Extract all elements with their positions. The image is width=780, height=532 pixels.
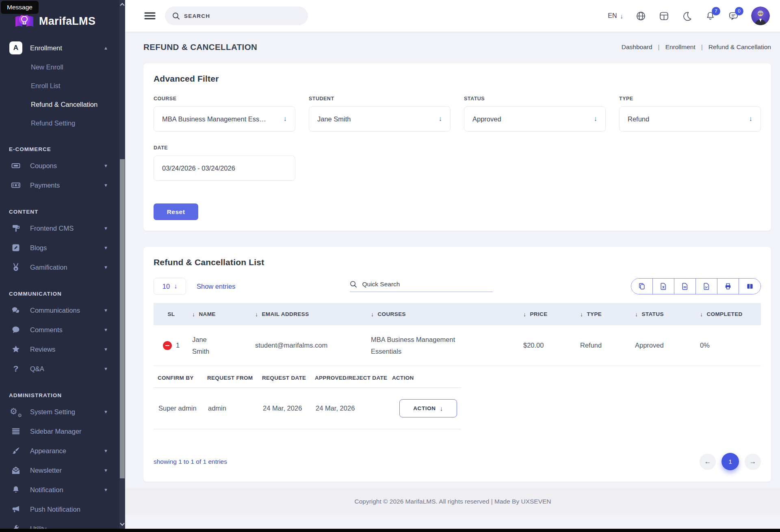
sidebar-item-new-enroll[interactable]: New Enroll — [0, 58, 119, 76]
globe-icon — [635, 11, 646, 22]
sort-icon[interactable]: ↓ — [580, 311, 583, 318]
sidebar-item-gamification[interactable]: Gamification ▼ — [0, 257, 119, 277]
sidebar-item-newsletter[interactable]: Newsletter ▼ — [0, 461, 119, 480]
page-content: REFUND & CANCELLATION Dashboard | Enroll… — [125, 32, 780, 482]
sort-icon[interactable]: ↓ — [523, 311, 526, 318]
breadcrumb-dashboard[interactable]: Dashboard — [622, 43, 652, 51]
language-selector[interactable]: EN ↓ — [608, 12, 623, 19]
sidebar-item-enrollment[interactable]: A Enrollment ▲ — [0, 38, 119, 58]
copy-button[interactable] — [631, 279, 653, 294]
show-entries-label: Show entries — [197, 283, 235, 290]
filter-title: Advanced Filter — [154, 74, 761, 84]
subcol-approved-date: APPROVED/REJECT DATE — [311, 375, 388, 381]
print-button[interactable] — [717, 279, 739, 294]
gears-icon: ⚙⚙ — [9, 407, 23, 417]
footer: Copyright © 2026 MarifaLMS. All rights r… — [125, 488, 780, 515]
global-search[interactable] — [165, 6, 308, 25]
export-excel-button[interactable] — [653, 279, 674, 294]
sidebar-item-comments[interactable]: Comments ▼ — [0, 320, 119, 340]
sidebar-item-frontend-cms[interactable]: Frontend CMS ▼ — [0, 218, 119, 238]
bars-icon — [9, 426, 23, 436]
quick-search-input[interactable] — [362, 281, 476, 288]
sidebar-item-system-setting[interactable]: ⚙⚙ System Setting ▼ — [0, 402, 119, 422]
columns-button[interactable] — [739, 279, 760, 294]
sidebar-item-push-notification[interactable]: Push Notification — [0, 500, 119, 519]
sidebar-item-refund-setting[interactable]: Refund Setting — [0, 114, 119, 132]
chevron-down-icon: ▼ — [104, 226, 108, 231]
globe-button[interactable] — [635, 11, 646, 22]
type-label: TYPE — [619, 96, 761, 102]
cell-type: Refund — [577, 340, 632, 351]
sidebar-item-coupons[interactable]: Coupons ▼ — [0, 156, 119, 175]
collapse-row-button[interactable] — [163, 341, 172, 350]
reset-button[interactable]: Reset — [154, 203, 198, 220]
chevron-down-icon: ▼ — [104, 308, 108, 313]
scroll-up-icon[interactable] — [120, 3, 124, 7]
sort-icon[interactable]: ↓ — [255, 311, 258, 318]
student-label: STUDENT — [309, 96, 451, 102]
search-icon — [172, 12, 180, 20]
sidebar-nav: A Enrollment ▲ New Enroll Enroll List Re… — [0, 38, 119, 532]
chevron-down-icon: ↓ — [594, 115, 598, 123]
sidebar-item-communications[interactable]: Communications ▼ — [0, 301, 119, 320]
newsletter-icon — [9, 465, 23, 475]
layout-button[interactable] — [659, 11, 670, 22]
prev-page-button[interactable]: ← — [700, 454, 716, 470]
sidebar-scrollbar[interactable] — [119, 0, 125, 529]
sidebar-item-blogs[interactable]: Blogs ▼ — [0, 238, 119, 257]
file-excel-icon — [659, 282, 667, 290]
sidebar-item-sidebar-manager[interactable]: Sidebar Manager — [0, 422, 119, 441]
star-icon — [9, 344, 23, 354]
chevron-down-icon: ▼ — [104, 487, 108, 492]
sort-icon[interactable]: ↓ — [371, 311, 374, 318]
quick-search[interactable] — [350, 281, 493, 292]
scroll-down-icon[interactable] — [120, 521, 124, 526]
sidebar-scrollbar-thumb[interactable] — [120, 159, 125, 478]
col-type: ↓TYPE — [577, 311, 632, 318]
table-row: 1 Jane Smith student@marifalms.com MBA B… — [154, 325, 761, 366]
sidebar-item-qa[interactable]: ? Q&A ▼ — [0, 359, 119, 378]
cell-completed: 0% — [697, 340, 761, 351]
moon-icon — [682, 11, 693, 22]
next-page-button[interactable]: → — [745, 454, 761, 470]
sort-icon[interactable]: ↓ — [635, 311, 638, 318]
app-root: MarifaLMS A Enrollment ▲ New Enroll Enro… — [0, 0, 780, 532]
bottom-bar — [0, 529, 780, 532]
notifications-button[interactable]: 7 — [705, 11, 716, 22]
col-status: ↓STATUS — [632, 311, 697, 318]
status-select[interactable]: Approved ↓ — [464, 106, 606, 132]
chevron-down-icon: ▼ — [104, 245, 108, 250]
search-input[interactable] — [184, 13, 282, 19]
type-select[interactable]: Refund ↓ — [619, 106, 761, 132]
export-csv-button[interactable] — [674, 279, 696, 294]
megaphone-icon — [9, 504, 23, 514]
user-avatar[interactable] — [751, 6, 770, 25]
subcol-request-date: REQUEST DATE — [258, 375, 311, 381]
message-tooltip: Message — [1, 1, 39, 14]
export-pdf-button[interactable] — [696, 279, 717, 294]
course-select[interactable]: MBA Business Management Esse... ↓ — [154, 106, 295, 132]
col-email: ↓EMAIL ADDRESS — [252, 311, 368, 318]
sidebar-item-notification[interactable]: Notification ▼ — [0, 480, 119, 500]
sort-icon[interactable]: ↓ — [700, 311, 703, 318]
page-1-button[interactable]: 1 — [722, 453, 739, 470]
paint-roller-icon — [9, 223, 23, 233]
menu-toggle-button[interactable] — [144, 11, 156, 21]
action-button[interactable]: ACTION ↓ — [399, 399, 457, 417]
sidebar-item-reviews[interactable]: Reviews ▼ — [0, 340, 119, 359]
sidebar-item-enroll-list[interactable]: Enroll List — [0, 76, 119, 95]
sidebar-item-payments[interactable]: Payments ▼ — [0, 175, 119, 195]
date-range-input[interactable]: 03/24/2026 - 03/24/2026 — [154, 156, 295, 181]
student-select[interactable]: Jane Smith ↓ — [309, 106, 451, 132]
sidebar-item-appearance[interactable]: Appearance ▼ — [0, 441, 119, 461]
sort-icon[interactable]: ↓ — [192, 311, 195, 318]
cell-request-from: admin — [203, 404, 258, 412]
section-heading-ecommerce: E-COMMERCE — [0, 142, 119, 156]
page-title: REFUND & CANCELLATION — [143, 42, 257, 52]
sidebar-item-refund-cancellation[interactable]: Refund & Cancellation — [0, 95, 119, 114]
breadcrumb-enrollment[interactable]: Enrollment — [665, 43, 696, 51]
messages-button[interactable]: 0 — [728, 11, 739, 22]
col-price: ↓PRICE — [520, 311, 577, 318]
entries-select[interactable]: 10 ↓ — [154, 278, 186, 295]
dark-mode-button[interactable] — [682, 11, 693, 22]
